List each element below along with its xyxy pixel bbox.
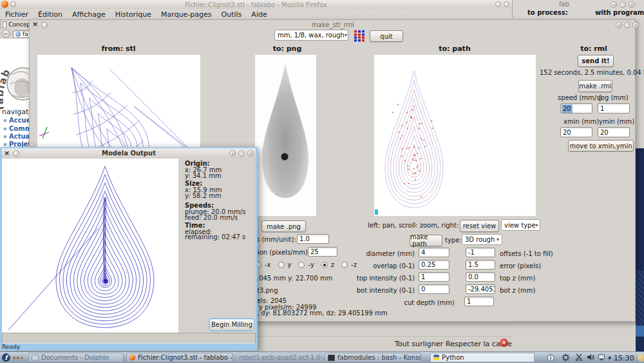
firefox-titlebar[interactable]: Fichier:Clignot3.stl - fablabo - Mozilla… (0, 0, 512, 10)
error-input[interactable]: 1.5 (466, 260, 495, 270)
top-intensity-input[interactable]: 1 (419, 272, 450, 282)
task-python[interactable]: Python (430, 353, 535, 362)
make-png-button[interactable]: make .png (261, 221, 306, 232)
fab-shade-button[interactable]: v (611, 1, 617, 8)
menu-affichage[interactable]: Affichage (72, 10, 106, 19)
png-size-text: .045 mm y: 22.700 mm (257, 275, 333, 282)
volume-speaker-icon[interactable] (587, 353, 595, 361)
make-window-title: make_stl_rml (30, 21, 636, 28)
origin-marker-icon (375, 210, 378, 215)
back-button[interactable]: ← (2, 30, 10, 38)
begin-milling-button[interactable]: Begin Milling (209, 319, 254, 331)
menu-outils[interactable]: Outils (222, 10, 242, 19)
to-png-header: to: png (249, 44, 326, 53)
battery-info-icon[interactable] (547, 354, 554, 362)
fab-modules-grid-icon[interactable] (354, 30, 365, 42)
type-value: 3D rough (465, 236, 495, 243)
fab-close-button[interactable]: × (629, 1, 635, 8)
task-gimp[interactable]: robot1-pcb-quad2.xcf-1.0 (Cou... (236, 353, 322, 362)
settings-gear-icon[interactable] (562, 353, 570, 362)
xmin-label: xmin (mm) (564, 118, 599, 125)
firefox-minimize-button[interactable] (495, 1, 501, 7)
diameter-input[interactable]: 4 (419, 248, 450, 257)
jog-input[interactable]: 1 (598, 103, 630, 113)
axis-radio-neg-z[interactable] (341, 262, 348, 268)
axis-radio-y[interactable] (278, 262, 285, 268)
task-firefox[interactable]: Fichier:Clignot3.stl - fablabo - Mo... (126, 353, 233, 362)
speed-input[interactable]: 20 (560, 103, 592, 113)
preset-dropdown[interactable]: mm, 1/8, wax, rough ▾ (274, 30, 348, 41)
menu-fichier[interactable]: Fichier (5, 10, 28, 19)
axis-radio-z[interactable] (321, 262, 328, 268)
units-input[interactable]: 1.0 (297, 234, 329, 244)
diameter-label: diameter (mm) (339, 250, 415, 257)
chevron-down-icon: ▾ (536, 222, 538, 228)
make-path-button[interactable]: make .path (410, 235, 442, 246)
type-label: type: (445, 237, 462, 244)
make-rml-button[interactable]: make .rml (578, 80, 612, 92)
taskbar-cashew-icon[interactable] (638, 354, 644, 362)
fablabo-logo: fablab (0, 41, 31, 111)
make-close-button[interactable]: × (632, 22, 639, 28)
task-konsole[interactable]: fabmodules : bash - Konsole (325, 353, 421, 362)
findbar-highlight-all[interactable]: Tout surligner (395, 340, 443, 348)
overlap-input[interactable]: 0.25 (419, 260, 450, 270)
fab-maximize-button[interactable]: ^ (620, 1, 626, 8)
top-z-input[interactable]: 0.0 (466, 272, 495, 282)
klipper-scissors-icon[interactable] (575, 353, 583, 361)
tab-concep[interactable]: Concep (0, 19, 31, 29)
findbar-close-icon[interactable]: × (500, 338, 508, 347)
move-to-xmin-ymin-button[interactable]: move to xmin,ymin (568, 140, 634, 152)
png-file-text: t3.png (257, 287, 278, 294)
menu-edition[interactable]: Édition (38, 10, 62, 19)
tray-expand-arrow-icon[interactable]: ▲ (608, 355, 611, 360)
from-stl-header: from: stl (67, 44, 170, 53)
highlight-block (636, 326, 644, 337)
taskbar: f Documents - Dolphin Fichier:Clignot3.s… (0, 351, 644, 363)
modela-shade-button[interactable]: v (229, 150, 236, 157)
fab-window: fab v ^ × to process: with program: (512, 0, 644, 19)
make-maximize-button[interactable]: ^ (624, 22, 630, 28)
ymin-input[interactable]: 20 (598, 127, 630, 137)
menu-historique[interactable]: Historique (115, 10, 151, 19)
quit-button[interactable]: quit (370, 30, 403, 42)
cut-depth-input[interactable]: 1 (464, 297, 494, 306)
make-shade-button[interactable]: v (616, 22, 622, 28)
axis-radio-neg-y[interactable] (298, 262, 305, 268)
bot-z-label: bot z (mm) (500, 287, 535, 294)
tab-label: Concep (8, 21, 30, 28)
desktop-edge-strip (636, 148, 644, 351)
modela-maximize-button[interactable]: ^ (238, 150, 245, 157)
clock[interactable]: 15:30 (614, 354, 634, 362)
firefox-icon (129, 355, 135, 360)
modela-close-button[interactable]: × (247, 150, 254, 157)
axis-radio-row: -x y -y z -z (255, 261, 357, 268)
xmin-input[interactable]: 20 (560, 127, 592, 137)
path-canvas[interactable] (374, 55, 536, 216)
quick-launch-dots-icon[interactable] (13, 357, 23, 359)
menu-aide[interactable]: Aide (251, 10, 267, 19)
modela-titlebar[interactable]: × Modela Output v ^ × (2, 148, 256, 159)
chevron-down-icon: ▾ (497, 237, 499, 242)
modela-status-text: Ready. (2, 344, 21, 350)
send-it-button[interactable]: send it! (578, 55, 614, 67)
heightmap-hole (281, 153, 289, 161)
bot-intensity-input[interactable]: 0 (419, 284, 450, 294)
device-notifier-icon[interactable] (598, 353, 605, 361)
task-dolphin[interactable]: Documents - Dolphin (28, 353, 124, 362)
bot-intensity-label: bot intensity (0-1) (339, 287, 415, 294)
pattern-block (636, 271, 644, 326)
to-rml-header: to: rml (555, 44, 632, 53)
resolution-input[interactable]: 25 (308, 247, 337, 257)
firefox-close-button[interactable] (504, 1, 509, 7)
menu-marque-pages[interactable]: Marque-pages (161, 10, 211, 19)
offsets-input[interactable]: -1 (466, 248, 495, 257)
reset-view-button[interactable]: reset view (460, 220, 499, 232)
modela-window-title: Modela Output (2, 150, 256, 157)
resolution-label: tion (pixels/mm): (255, 249, 310, 256)
view-type-dropdown[interactable]: view type ▾ (501, 219, 540, 231)
type-dropdown[interactable]: 3D rough ▾ (462, 234, 502, 245)
app-launcher-fedora-icon[interactable]: f (2, 353, 10, 362)
view-type-value: view type (504, 222, 536, 229)
bot-z-input[interactable]: -29.40519 (466, 284, 495, 294)
